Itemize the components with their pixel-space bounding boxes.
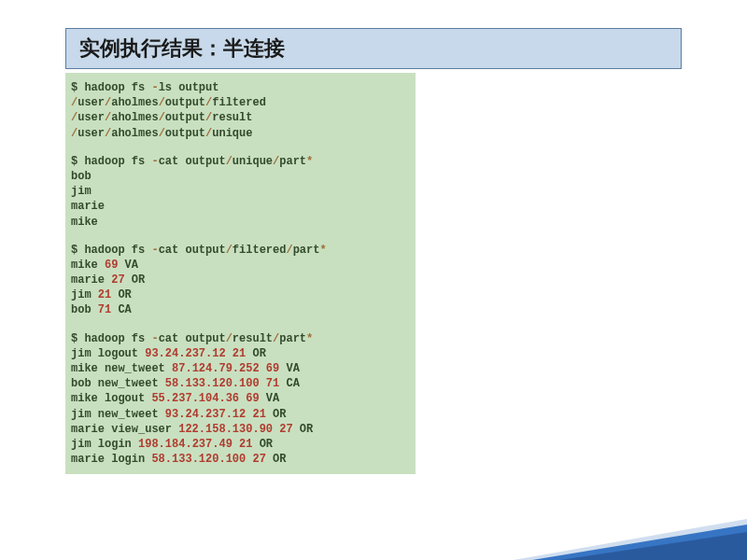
filtered-row: bob 71 CA [71,302,410,317]
unique-row: jim [71,184,410,199]
slide-title: 实例执行结果：半连接 [65,28,682,69]
filtered-row: mike 69 VA [71,258,410,273]
result-row: mike new_tweet 87.124.79.252 69 VA [71,361,410,376]
result-row: jim logout 93.24.237.12 21 OR [71,346,410,361]
cmd-cat-unique: $ hadoop fs -cat output/unique/part* [71,154,410,169]
slide: 实例执行结果：半连接 $ hadoop fs -ls output /user/… [0,0,747,474]
result-row: bob new_tweet 58.133.120.100 71 CA [71,376,410,391]
terminal-output: $ hadoop fs -ls output /user/aholmes/out… [65,73,416,474]
unique-row: bob [71,169,410,184]
result-row: jim new_tweet 93.24.237.12 21 OR [71,407,410,422]
cmd-cat-filtered: $ hadoop fs -cat output/filtered/part* [71,243,410,258]
filtered-row: jim 21 OR [71,287,410,302]
filtered-row: marie 27 OR [71,273,410,287]
ls-row: /user/aholmes/output/result [71,110,410,125]
result-row: marie login 58.133.120.100 27 OR [71,452,410,467]
cmd-ls: $ hadoop fs -ls output [71,80,410,95]
unique-row: mike [71,215,410,230]
result-row: mike logout 55.237.104.36 69 VA [71,391,410,406]
ls-row: /user/aholmes/output/filtered [71,95,410,110]
unique-row: marie [71,199,410,214]
slide-decoration [560,532,747,560]
ls-row: /user/aholmes/output/unique [71,126,410,141]
cmd-cat-result: $ hadoop fs -cat output/result/part* [71,331,410,346]
result-row: marie view_user 122.158.130.90 27 OR [71,422,410,437]
result-row: jim login 198.184.237.49 21 OR [71,437,410,452]
